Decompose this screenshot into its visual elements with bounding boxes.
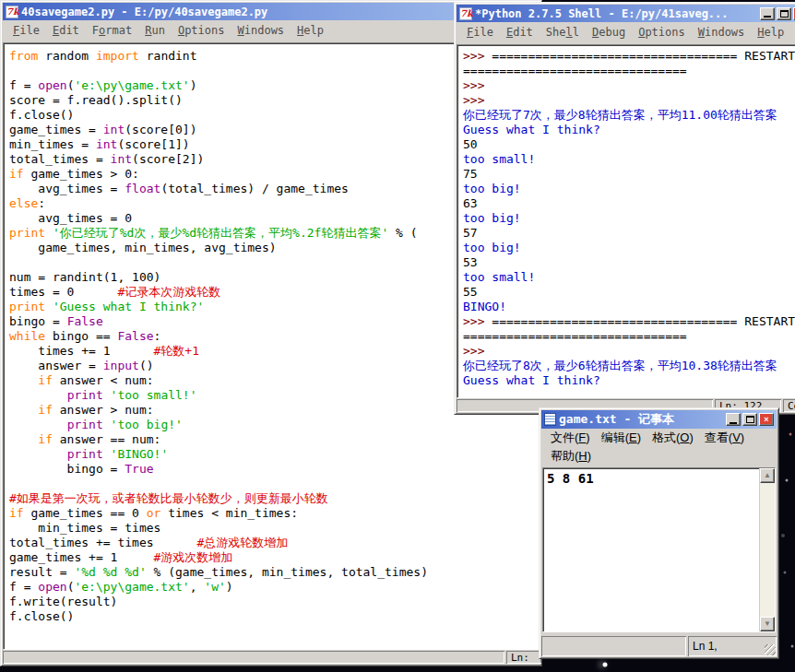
notepad-statusbar: Ln 1,	[541, 636, 777, 656]
text-line: too big!	[463, 211, 795, 226]
text-line: bingo = True	[9, 462, 539, 477]
text-line: 57	[463, 226, 795, 241]
menu-item-file[interactable]: File	[6, 22, 46, 39]
maximize-button[interactable]	[777, 7, 791, 20]
menu-item-edit[interactable]: Edit	[500, 24, 540, 41]
menu-item-file[interactable]: 文件(F)	[545, 429, 596, 447]
notepad-text: 5 8 61	[543, 468, 775, 489]
menu-item-file[interactable]: File	[460, 24, 500, 41]
editor-status-ln: Ln:	[506, 651, 542, 664]
menu-item-windows[interactable]: Windows	[692, 24, 752, 41]
idle-icon: 7k	[6, 6, 18, 18]
text-line: min_times = times	[9, 521, 539, 536]
menu-item-options[interactable]: Options	[172, 22, 231, 39]
text-line: f.close()	[9, 609, 539, 624]
text-line	[9, 477, 539, 491]
editor-status-empty	[3, 651, 504, 664]
text-line: >>> ================================== R…	[463, 49, 795, 64]
text-line: Guess what I think?	[463, 123, 795, 137]
text-line: >>>	[463, 344, 795, 359]
vertical-scrollbar[interactable]: ▲ ▼	[759, 468, 775, 631]
resize-grip[interactable]	[765, 644, 776, 655]
text-line: total_times += times #总游戏轮数增加	[9, 536, 539, 550]
text-line: print 'too big!'	[9, 418, 539, 432]
text-line: ===============================	[463, 329, 795, 344]
shell-titlebar[interactable]: 7k *Python 2.7.5 Shell - E:/py/41saveg..…	[457, 5, 795, 22]
menu-item-help[interactable]: Help	[751, 24, 790, 41]
menu-item-edit[interactable]: Edit	[46, 22, 86, 39]
menu-item-help[interactable]: 帮助(H)	[545, 447, 597, 466]
shell-title: *Python 2.7.5 Shell - E:/py/41saveg...	[475, 7, 757, 20]
text-line: too big!	[463, 241, 795, 255]
text-line: f = open('e:\py\game.txt', 'w')	[9, 580, 539, 595]
text-line: if answer == num:	[9, 432, 539, 447]
text-line: 你已经玩了8次，最少6轮猜出答案，平均10.38轮猜出答案	[463, 359, 795, 373]
text-line: game_times += 1 #游戏次数增加	[9, 550, 539, 565]
menu-item-format[interactable]: 格式(O)	[647, 429, 699, 447]
text-line: >>>	[463, 78, 795, 93]
text-line: 75	[463, 167, 795, 182]
shell-status-col: Col	[783, 399, 795, 412]
text-line: 53	[463, 255, 795, 270]
menu-item-options[interactable]: Options	[632, 24, 692, 41]
shell-window: 7k *Python 2.7.5 Shell - E:/py/41saveg..…	[454, 2, 795, 415]
notepad-status-empty	[541, 636, 686, 656]
menu-item-help[interactable]: Help	[291, 22, 330, 39]
menu-item-run[interactable]: Run	[138, 22, 172, 39]
text-line: ===============================	[463, 64, 795, 78]
maximize-button[interactable]	[742, 413, 757, 426]
scroll-down-icon[interactable]: ▼	[760, 617, 775, 631]
text-line: >>>	[463, 93, 795, 108]
notepad-window: game.txt - 记事本 × 文件(F)编辑(E)格式(O)查看(V) 帮助…	[539, 407, 779, 659]
idle-icon: 7k	[459, 7, 472, 20]
text-line: 50	[463, 137, 795, 152]
close-button[interactable]: ×	[759, 413, 774, 426]
menu-item-shell[interactable]: Shell	[540, 24, 586, 41]
text-line: if game_times == 0 or times < min_times:	[9, 506, 539, 521]
text-line: BINGO!	[463, 300, 795, 314]
minimize-button[interactable]	[760, 7, 775, 20]
notepad-status-ln-text: Ln 1,	[693, 640, 718, 653]
notepad-status-ln: Ln 1,	[688, 636, 777, 656]
text-line: f.write(result)	[9, 595, 539, 609]
menu-item-format[interactable]: Format	[86, 22, 138, 39]
notepad-text-area[interactable]: 5 8 61 ▲ ▼	[542, 467, 776, 632]
text-line: >>> ================================== R…	[463, 314, 795, 329]
minimize-button[interactable]	[726, 413, 741, 426]
menu-item-windows[interactable]: Windows	[231, 22, 291, 39]
text-line: result = '%d %d %d' % (game_times, min_t…	[9, 565, 539, 580]
notepad-titlebar[interactable]: game.txt - 记事本 ×	[541, 410, 777, 429]
notepad-title: game.txt - 记事本	[559, 411, 723, 428]
text-line: too big!	[463, 182, 795, 196]
text-line: 你已经玩了7次，最少8轮猜出答案，平均11.00轮猜出答案	[463, 108, 795, 123]
menu-item-edit[interactable]: 编辑(E)	[596, 429, 647, 447]
notepad-icon	[544, 413, 556, 426]
shell-output-area[interactable]: >>> ================================== R…	[457, 44, 795, 398]
text-line: #如果是第一次玩，或者轮数比最小轮数少，则更新最小轮数	[9, 491, 539, 506]
text-line: too small!	[463, 152, 795, 167]
text-line: 63	[463, 196, 795, 211]
scroll-up-icon[interactable]: ▲	[760, 468, 775, 483]
notepad-menubar-row1: 文件(F)编辑(E)格式(O)查看(V)	[541, 429, 777, 447]
text-line: print 'BINGO!'	[9, 447, 539, 462]
notepad-menubar-row2: 帮助(H)	[541, 447, 777, 465]
editor-statusbar: Ln:	[3, 651, 540, 664]
text-line: too small!	[463, 270, 795, 285]
text-line: Guess what I think?	[463, 373, 795, 388]
shell-menubar: FileEditShellDebugOptionsWindowsHelp	[457, 22, 795, 42]
text-line: 55	[463, 285, 795, 300]
menu-item-view[interactable]: 查看(V)	[699, 429, 750, 447]
menu-item-debug[interactable]: Debug	[586, 24, 632, 41]
